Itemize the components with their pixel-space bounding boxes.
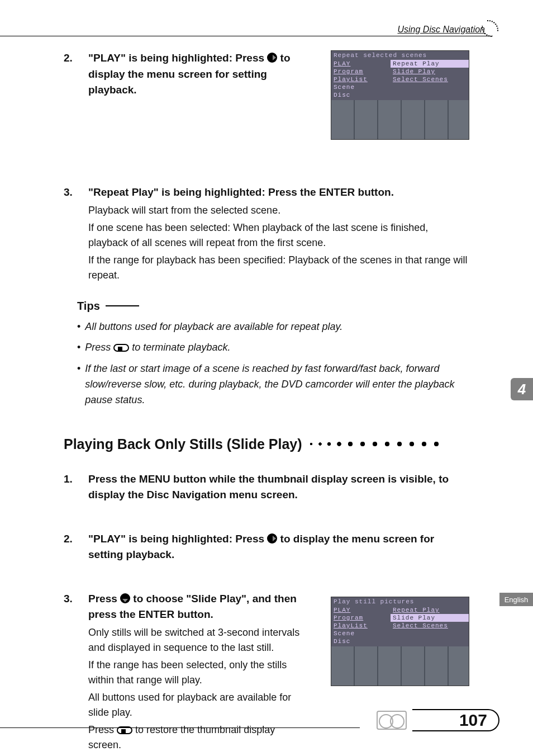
footer-rule — [0, 727, 360, 728]
chapter-tab: 4 — [511, 378, 533, 400]
joystick-right-icon — [267, 533, 277, 544]
dot-trail-icon — [309, 442, 469, 446]
menu-item: Program — [331, 68, 391, 75]
menu-item: PlayList — [331, 75, 391, 83]
step-para: If the range for playback has been speci… — [88, 253, 469, 283]
step-2: 2. "PLAY" is being highlighted: Press to… — [64, 50, 469, 140]
step-b1: 1. Press the MENU button while the thumb… — [64, 471, 469, 503]
stop-button-icon — [113, 344, 129, 352]
menu-item: PlayList — [331, 622, 391, 630]
step-number: 3. — [64, 185, 77, 283]
step-text: Press the MENU button while the thumbnai… — [88, 473, 449, 501]
step-para: If one scene has been selected: When pla… — [88, 220, 469, 251]
scr-title: Repeat selected scenes — [331, 51, 469, 60]
step-para: Playback will start from the selected sc… — [88, 203, 469, 218]
menu-item: Disc — [331, 91, 391, 99]
submenu-item: Repeat Play — [391, 60, 469, 68]
joystick-down-icon — [120, 593, 130, 603]
tip-text: If the last or start image of a scene is… — [85, 361, 469, 408]
step-number: 1. — [64, 471, 77, 503]
menu-item: Program — [331, 614, 391, 622]
cassette-icon — [377, 711, 407, 730]
tip-text: Press — [85, 342, 113, 353]
submenu-item: Select Scenes — [391, 622, 469, 630]
submenu-item: Slide Play — [391, 614, 469, 622]
language-tab: English — [499, 593, 533, 606]
submenu-item: Repeat Play — [391, 606, 469, 614]
submenu-item: Slide Play — [391, 68, 469, 75]
step-text: "PLAY" is being highlighted: Press — [88, 533, 267, 545]
step-text: "PLAY" is being highlighted: Press — [88, 52, 267, 64]
step-number: 2. — [64, 50, 77, 140]
menu-item: Disc — [331, 637, 391, 645]
step-para: If the range has been selected, only the… — [88, 658, 311, 688]
section-heading: Playing Back Only Stills (Slide Play) — [64, 436, 469, 452]
tips-heading: Tips — [77, 300, 469, 313]
step-text: "Repeat Play" is being highlighted: Pres… — [88, 186, 394, 198]
submenu-item: Select Scenes — [391, 75, 469, 83]
step-number: 2. — [64, 531, 77, 563]
thumbs-grid — [331, 646, 469, 686]
page-footer: 107 — [0, 706, 533, 734]
menu-item: Scene — [331, 83, 391, 91]
header-rule — [0, 36, 492, 36]
step-para: Only stills will be switched at 3-second… — [88, 625, 311, 655]
page-badge: 107 — [377, 707, 499, 734]
header-ornament-icon — [479, 19, 499, 39]
menu-item: PLAY — [331, 606, 391, 614]
menu-item: Scene — [331, 630, 391, 637]
ui-screenshot: Play still pictures PLAYRepeat Play Prog… — [331, 597, 469, 686]
page-number: 107 — [412, 709, 499, 731]
step-3: 3. "Repeat Play" is being highlighted: P… — [64, 185, 469, 283]
tips-list: All buttons used for playback are availa… — [77, 319, 469, 408]
scr-title: Play still pictures — [331, 597, 469, 606]
tip-text: All buttons used for playback are availa… — [85, 319, 342, 335]
step-b2: 2. "PLAY" is being highlighted: Press to… — [64, 531, 469, 563]
menu-item: PLAY — [331, 60, 391, 68]
thumbs-grid — [331, 100, 469, 140]
submenu-item — [391, 83, 469, 91]
tip-text: to terminate playback. — [129, 342, 230, 353]
step-text: Press — [88, 593, 120, 604]
joystick-right-icon — [267, 53, 277, 63]
breadcrumb: Using Disc Navigation — [397, 25, 485, 35]
ui-screenshot: Repeat selected scenes PLAYRepeat Play P… — [331, 50, 469, 140]
